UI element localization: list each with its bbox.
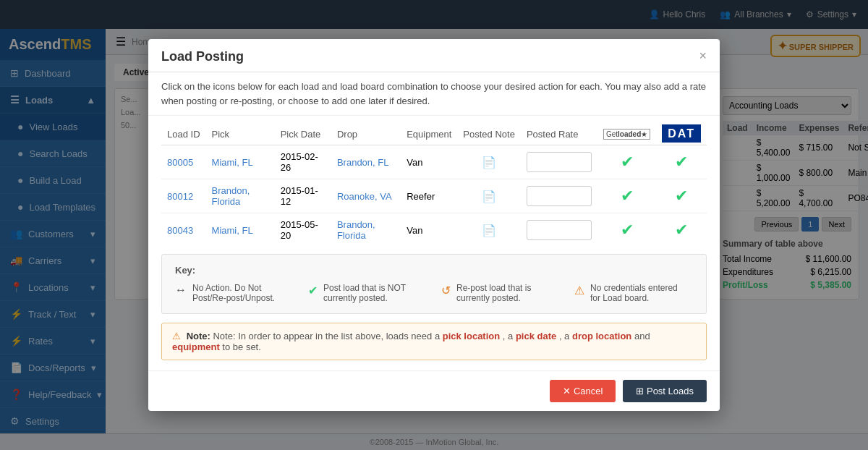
modal-overlay: Load Posting × Click on the icons below … xyxy=(0,0,868,450)
key-repost-text: Re-post load that is currently posted. xyxy=(456,283,557,303)
drop-cell: Brandon, Florida xyxy=(331,213,401,247)
note-text-mid1: , a xyxy=(503,331,516,341)
drop-cell: Roanoke, VA xyxy=(331,179,401,213)
pick-cell: Miami, FL xyxy=(206,213,275,247)
modal-title: Load Posting xyxy=(161,49,244,64)
getloaded-check-cell: ✔ xyxy=(597,213,656,247)
pick-cell: Miami, FL xyxy=(206,145,275,179)
rate-cell xyxy=(521,179,597,213)
no-action-icon: ↔ xyxy=(175,284,187,297)
col-getloaded: Getloaded★ xyxy=(597,123,656,145)
modal-footer: ✕ Cancel ⊞ Post Loads xyxy=(148,370,720,411)
note-text-end: to be set. xyxy=(222,341,260,352)
col-dat: DAT xyxy=(656,123,707,145)
key-item-no-action: ↔ No Action. Do Not Post/Re-post/Unpost. xyxy=(175,283,291,303)
cancel-button[interactable]: ✕ Cancel xyxy=(550,380,616,402)
note-equipment: equipment xyxy=(172,341,220,352)
note-cell: 📄 xyxy=(457,213,521,247)
dat-check-icon[interactable]: ✔ xyxy=(675,187,688,205)
rate-cell xyxy=(521,213,597,247)
note-cell: 📄 xyxy=(457,179,521,213)
load-table-row: 80012 Brandon, Florida 2015-01-12 Roanok… xyxy=(161,179,707,213)
dat-check-cell: ✔ xyxy=(656,213,707,247)
key-section: Key: ↔ No Action. Do Not Post/Re-post/Un… xyxy=(161,254,707,314)
key-item-repost: ↺ Re-post load that is currently posted. xyxy=(441,283,557,303)
key-post-text: Post load that is NOT currently posted. xyxy=(323,283,424,303)
getloaded-check-icon[interactable]: ✔ xyxy=(621,221,634,239)
note-doc-icon[interactable]: 📄 xyxy=(482,224,496,237)
note-pick-date: pick date xyxy=(516,331,556,341)
getloaded-check-cell: ✔ xyxy=(597,179,656,213)
pick-date-cell: 2015-01-12 xyxy=(275,179,331,213)
col-posted-rate: Posted Rate xyxy=(521,123,597,145)
load-table-row: 80043 Miami, FL 2015-05-20 Brandon, Flor… xyxy=(161,213,707,247)
dat-check-icon[interactable]: ✔ xyxy=(675,221,688,239)
note-cell: 📄 xyxy=(457,145,521,179)
key-item-post: ✔ Post load that is NOT currently posted… xyxy=(308,283,424,303)
equipment-cell: Van xyxy=(401,213,457,247)
pick-cell: Brandon, Florida xyxy=(206,179,275,213)
rate-input[interactable] xyxy=(527,220,592,240)
post-icon: ✔ xyxy=(308,284,318,297)
note-drop-location: drop location xyxy=(572,331,631,341)
dat-logo: DAT xyxy=(662,124,701,143)
load-table-row: 80005 Miami, FL 2015-02-26 Brandon, FL V… xyxy=(161,145,707,179)
note-label: Note: xyxy=(187,331,210,341)
modal-header: Load Posting × xyxy=(148,39,720,72)
equipment-cell: Van xyxy=(401,145,457,179)
no-creds-icon: ⚠ xyxy=(574,284,584,297)
rate-input[interactable] xyxy=(527,152,592,172)
col-drop: Drop xyxy=(331,123,401,145)
modal-close-button[interactable]: × xyxy=(699,49,707,62)
col-load-id: Load ID xyxy=(161,123,206,145)
getloaded-check-icon[interactable]: ✔ xyxy=(621,153,634,171)
getloaded-check-cell: ✔ xyxy=(597,145,656,179)
load-id-cell: 80005 xyxy=(161,145,206,179)
note-text-pre: Note: In order to appear in the list abo… xyxy=(213,331,442,341)
load-id-cell: 80012 xyxy=(161,179,206,213)
key-no-action-text: No Action. Do Not Post/Re-post/Unpost. xyxy=(192,283,291,303)
modal: Load Posting × Click on the icons below … xyxy=(148,39,720,411)
note-doc-icon[interactable]: 📄 xyxy=(482,156,496,169)
note-text-mid2: , a xyxy=(559,331,572,341)
post-loads-button[interactable]: ⊞ Post Loads xyxy=(623,380,707,402)
drop-cell: Brandon, FL xyxy=(331,145,401,179)
rate-cell xyxy=(521,145,597,179)
load-id-cell: 80043 xyxy=(161,213,206,247)
key-no-creds-text: No credentials entered for Load board. xyxy=(590,283,690,303)
key-title: Key: xyxy=(175,265,693,276)
getloaded-logo: Getloaded★ xyxy=(603,129,650,140)
rate-input[interactable] xyxy=(527,186,592,206)
dat-check-cell: ✔ xyxy=(656,145,707,179)
getloaded-check-icon[interactable]: ✔ xyxy=(621,187,634,205)
dat-check-cell: ✔ xyxy=(656,179,707,213)
col-equipment: Equipment xyxy=(401,123,457,145)
note-doc-icon[interactable]: 📄 xyxy=(482,190,496,203)
col-pick-date: Pick Date xyxy=(275,123,331,145)
col-pick: Pick xyxy=(206,123,275,145)
dat-check-icon[interactable]: ✔ xyxy=(675,153,688,171)
pick-date-cell: 2015-05-20 xyxy=(275,213,331,247)
pick-date-cell: 2015-02-26 xyxy=(275,145,331,179)
note-warning-icon: ⚠ xyxy=(172,331,181,341)
key-items: ↔ No Action. Do Not Post/Re-post/Unpost.… xyxy=(175,283,693,303)
col-posted-note: Posted Note xyxy=(457,123,521,145)
repost-icon: ↺ xyxy=(441,284,451,297)
equipment-cell: Reefer xyxy=(401,179,457,213)
key-item-no-creds: ⚠ No credentials entered for Load board. xyxy=(574,283,690,303)
note-text-mid3: and xyxy=(634,331,650,341)
note-box: ⚠ Note: Note: In order to appear in the … xyxy=(161,323,707,360)
modal-body: Load ID Pick Pick Date Drop Equipment Po… xyxy=(148,116,720,254)
modal-description: Click on the icons below for each load a… xyxy=(148,72,720,116)
load-table: Load ID Pick Pick Date Drop Equipment Po… xyxy=(161,123,707,247)
note-pick-location: pick location xyxy=(443,331,500,341)
